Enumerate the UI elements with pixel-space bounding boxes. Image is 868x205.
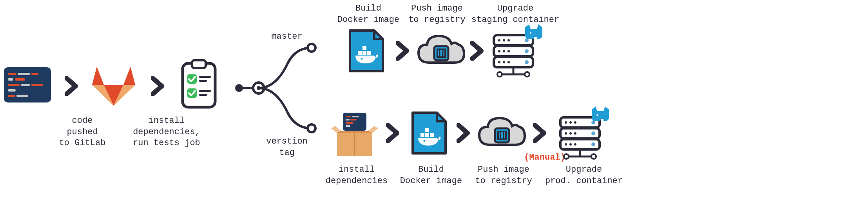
svg-point-90 [564,154,569,159]
svg-point-79 [565,132,567,135]
svg-point-92 [596,114,598,116]
chevron-icon [457,123,472,143]
svg-rect-59 [350,119,357,120]
svg-rect-4 [8,78,13,81]
svg-rect-60 [346,122,353,124]
docker-file-icon [347,27,386,74]
build-docker-bottom-label: Build Docker image [396,164,466,187]
svg-point-38 [507,39,510,41]
svg-point-46 [498,61,500,63]
chevron-icon [386,123,402,143]
install-deps-tests-label: install dependencies, run tests job [129,115,204,149]
build-docker-top-label: Build Docker image [335,3,402,25]
svg-rect-1 [8,73,16,75]
push-registry-bottom-label: Push image to registry [468,164,539,187]
chevron-icon [396,41,411,61]
svg-rect-65 [425,133,429,137]
master-branch-label: master [267,31,306,43]
svg-point-47 [503,61,505,63]
svg-point-52 [497,72,502,77]
svg-rect-26 [358,51,362,55]
upgrade-staging-label: Upgrade staging container [468,3,562,25]
svg-point-30 [361,58,363,60]
svg-rect-13 [192,60,206,68]
svg-rect-11 [16,95,28,97]
svg-rect-15 [199,76,211,78]
cloud-registry-icon [415,31,466,70]
svg-point-42 [503,50,505,52]
svg-rect-10 [8,95,15,97]
svg-point-86 [574,143,576,146]
svg-point-85 [569,143,572,146]
svg-rect-19 [199,94,207,96]
gitlab-icon [88,61,139,108]
svg-rect-16 [199,80,207,82]
svg-rect-5 [15,78,25,81]
svg-rect-67 [425,128,429,132]
svg-point-84 [565,143,567,146]
svg-rect-61 [346,125,350,127]
svg-rect-2 [18,73,30,75]
svg-point-91 [591,154,596,159]
svg-point-87 [591,142,595,146]
clipboard-checklist-icon [180,59,217,110]
cloud-registry-icon [476,113,527,153]
svg-rect-29 [362,46,366,50]
svg-rect-18 [199,90,211,92]
version-tag-label: verstion tag [263,136,310,158]
code-terminal-icon [4,67,51,102]
svg-rect-7 [21,84,30,86]
svg-point-74 [565,121,567,124]
svg-rect-6 [8,84,20,86]
svg-rect-66 [430,133,434,137]
svg-point-25 [308,124,315,132]
svg-rect-3 [31,73,38,75]
svg-rect-56 [346,116,351,117]
push-registry-top-label: Push image to registry [404,3,470,25]
svg-rect-58 [346,119,350,120]
server-rancher-icon [490,23,545,82]
svg-point-44 [525,49,529,53]
svg-point-75 [569,121,572,124]
svg-point-24 [308,44,315,52]
chevron-icon [151,76,167,96]
svg-rect-12 [183,63,215,107]
svg-rect-8 [31,84,43,86]
docker-file-icon [410,110,449,156]
svg-rect-64 [420,133,424,137]
svg-rect-69 [495,128,509,142]
svg-rect-9 [8,89,16,92]
svg-point-76 [574,121,576,124]
server-rancher-icon [556,106,611,164]
svg-point-68 [424,140,426,142]
chevron-icon [65,76,80,96]
svg-point-49 [525,60,529,64]
svg-point-37 [503,39,505,41]
svg-rect-57 [352,116,359,117]
svg-point-81 [574,132,576,135]
install-deps-bottom-label: install dependencies [321,164,392,187]
chevron-icon [470,41,486,61]
svg-point-53 [525,72,529,77]
upgrade-prod-label: Upgrade prod. container [541,164,627,187]
svg-point-54 [530,32,531,34]
package-box-icon [329,110,380,160]
svg-rect-28 [367,51,371,55]
svg-point-82 [591,131,595,135]
svg-rect-31 [434,46,448,60]
svg-point-41 [498,50,500,52]
svg-point-80 [569,132,572,135]
svg-rect-55 [343,113,366,131]
code-pushed-label: code pushed to GitLab [55,115,110,149]
svg-rect-27 [362,51,366,55]
svg-point-43 [507,50,510,52]
chevron-icon [533,123,549,143]
svg-point-48 [507,61,510,63]
branch-split-icon [233,39,319,137]
svg-point-36 [498,39,500,41]
